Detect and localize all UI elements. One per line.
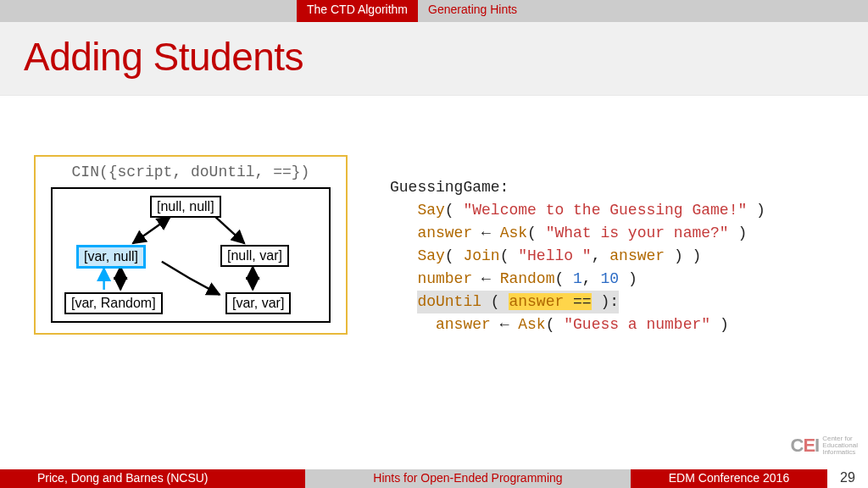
code-number: number xyxy=(417,270,472,287)
breadcrumb-spacer-right xyxy=(527,0,868,22)
code-answer-1: answer xyxy=(417,225,472,241)
logo-text: Center for Educational Informatics xyxy=(822,435,858,456)
diagram-node-left-mid: [var, null] xyxy=(76,245,146,269)
code-str-1: "Welcome to the Guessing Game!" xyxy=(463,202,747,219)
code-str-3: "Hello " xyxy=(518,247,591,264)
svg-line-1 xyxy=(215,217,244,243)
code-block: GuessingGame: Say( "Welcome to the Guess… xyxy=(390,176,839,336)
footer-authors: Price, Dong and Barnes (NCSU) xyxy=(0,469,305,488)
diagram-inner: [null, null] [var, null] [null, var] [va… xyxy=(51,187,331,323)
code-join: Join xyxy=(463,247,499,264)
page-title: Adding Students xyxy=(24,34,844,80)
code-header: GuessingGame: xyxy=(390,179,509,196)
code-ask-2: Ask xyxy=(518,316,545,333)
code-ask-1: Ask xyxy=(500,225,527,241)
diagram-node-top: [null, null] xyxy=(150,196,221,218)
code-highlight-row: doUntil ( answer == ): xyxy=(417,291,619,313)
title-band: Adding Students xyxy=(0,22,868,96)
breadcrumb-next: Generating Hints xyxy=(418,0,527,22)
code-dountil: doUntil xyxy=(417,293,481,310)
code-answer-3: answer xyxy=(436,316,491,333)
footer-page-number: 29 xyxy=(827,469,868,488)
code-num-2: 10 xyxy=(600,270,619,287)
code-answer-2: answer xyxy=(609,247,665,264)
cei-logo: CEI Center for Educational Informatics xyxy=(790,435,858,457)
code-num-1: 1 xyxy=(573,270,582,287)
code-random: Random xyxy=(500,270,555,287)
code-say-2: Say xyxy=(417,247,444,264)
diagram-container: CIN({script, doUntil, ==}) xyxy=(34,155,348,335)
diagram-caption: CIN({script, doUntil, ==}) xyxy=(36,162,346,187)
diagram-node-left-bot: [var, Random] xyxy=(64,292,163,314)
code-highlight-answer: answer == xyxy=(509,293,591,310)
footer-talk-title: Hints for Open-Ended Programming xyxy=(305,469,631,488)
diagram-node-right-bot: [var, var] xyxy=(225,292,291,314)
code-str-2: "What is your name?" xyxy=(546,225,729,241)
breadcrumb-current: The CTD Algorithm xyxy=(297,0,418,22)
diagram-node-right-mid: [null, var] xyxy=(220,245,289,267)
code-str-4: "Guess a number" xyxy=(564,316,710,333)
footer-venue: EDM Conference 2016 xyxy=(631,469,827,488)
footer-bar: Price, Dong and Barnes (NCSU) Hints for … xyxy=(0,469,868,488)
logo-mark: CEI xyxy=(790,435,819,457)
breadcrumb-bar: The CTD Algorithm Generating Hints xyxy=(0,0,868,22)
slide-content: CIN({script, doUntil, ==}) xyxy=(0,96,868,480)
svg-line-0 xyxy=(133,217,170,243)
code-say-1: Say xyxy=(417,202,444,219)
breadcrumb-spacer xyxy=(0,0,297,22)
